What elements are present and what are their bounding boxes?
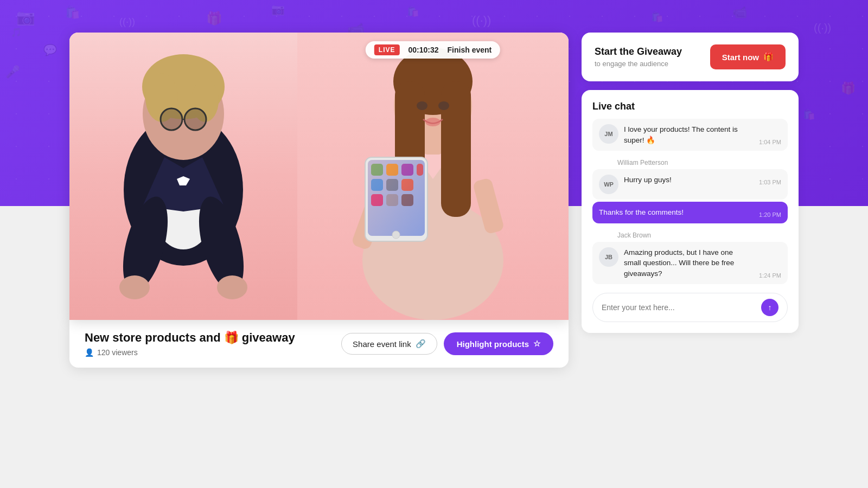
message-text: Thanks for the comments! bbox=[599, 207, 684, 218]
sender-name: Jack Brown bbox=[617, 232, 651, 239]
video-right-pane: LIVE 00:10:32 Finish event bbox=[297, 33, 569, 320]
svg-point-17 bbox=[217, 275, 247, 299]
sender-name-row: William Petterson bbox=[592, 157, 788, 167]
video-left-pane bbox=[69, 33, 297, 320]
message-row: Amazing products, but I have one small q… bbox=[624, 247, 781, 279]
stream-panel: LIVE 00:10:32 Finish event New store pro… bbox=[69, 33, 569, 368]
chat-message: JB Amazing products, but I have one smal… bbox=[592, 242, 788, 285]
message-body: Amazing products, but I have one small q… bbox=[624, 247, 781, 279]
start-now-button[interactable]: Start now 🎁 bbox=[710, 44, 786, 69]
svg-point-29 bbox=[425, 118, 441, 126]
message-row: Thanks for the comments! 1:20 PM bbox=[599, 207, 781, 218]
giveaway-title: Start the Giveaway bbox=[595, 46, 682, 57]
link-icon: 🔗 bbox=[416, 339, 426, 349]
highlight-label: Highlight products bbox=[457, 339, 529, 349]
chat-message: WP Hurry up guys! 1:03 PM bbox=[592, 169, 788, 200]
video-container: LIVE 00:10:32 Finish event bbox=[69, 33, 569, 320]
message-body: Thanks for the comments! 1:20 PM bbox=[599, 207, 781, 218]
message-body: Hurry up guys! 1:03 PM bbox=[624, 175, 781, 185]
viewers-count: 120 viewers bbox=[97, 348, 138, 357]
person-icon: 👤 bbox=[85, 348, 94, 357]
svg-point-10 bbox=[161, 109, 182, 130]
message-time: 1:20 PM bbox=[759, 211, 781, 218]
live-timer: 00:10:32 bbox=[408, 46, 438, 54]
chat-title: Live chat bbox=[592, 101, 788, 112]
message-text: I love your products! The content is sup… bbox=[624, 124, 751, 145]
stream-actions: Share event link 🔗 Highlight products ☆ bbox=[341, 332, 553, 355]
viewers-row: 👤 120 viewers bbox=[85, 348, 295, 357]
avatar: WP bbox=[599, 175, 618, 194]
sender-name: William Petterson bbox=[617, 159, 668, 166]
message-text: Hurry up guys! bbox=[624, 175, 672, 185]
finish-event-button[interactable]: Finish event bbox=[448, 46, 492, 54]
chat-message-own: Thanks for the comments! 1:20 PM bbox=[592, 202, 788, 223]
chat-input-field[interactable] bbox=[602, 303, 757, 312]
svg-point-45 bbox=[392, 231, 400, 239]
share-label: Share event link bbox=[353, 339, 411, 349]
svg-point-16 bbox=[119, 275, 150, 299]
avatar: JB bbox=[599, 247, 618, 267]
message-body: I love your products! The content is sup… bbox=[624, 124, 781, 145]
start-now-label: Start now bbox=[722, 53, 759, 62]
sender-name-row: Jack Brown bbox=[592, 230, 788, 240]
right-panel: Start the Giveaway to engage the audienc… bbox=[582, 33, 799, 333]
share-event-button[interactable]: Share event link 🔗 bbox=[341, 333, 437, 355]
message-row: I love your products! The content is sup… bbox=[624, 124, 781, 145]
message-time: 1:24 PM bbox=[759, 272, 781, 279]
message-time: 1:04 PM bbox=[759, 139, 781, 145]
giveaway-card: Start the Giveaway to engage the audienc… bbox=[582, 33, 799, 81]
live-badge: LIVE bbox=[374, 44, 400, 55]
gift-icon: 🎁 bbox=[763, 52, 774, 62]
highlight-products-button[interactable]: Highlight products ☆ bbox=[444, 332, 553, 355]
star-icon: ☆ bbox=[533, 339, 540, 349]
giveaway-subtitle: to engage the audience bbox=[595, 60, 682, 68]
stream-info-bar: New store products and 🎁 giveaway 👤 120 … bbox=[69, 320, 569, 368]
message-text: Amazing products, but I have one small q… bbox=[624, 247, 751, 279]
message-row: Hurry up guys! 1:03 PM bbox=[624, 175, 781, 185]
svg-point-27 bbox=[417, 101, 427, 110]
chat-messages: JM I love your products! The content is … bbox=[592, 119, 788, 284]
message-time: 1:03 PM bbox=[759, 179, 781, 185]
chat-message: JM I love your products! The content is … bbox=[592, 119, 788, 151]
chat-input-row[interactable]: ↑ bbox=[592, 293, 788, 322]
giveaway-text: Start the Giveaway to engage the audienc… bbox=[595, 46, 682, 68]
svg-point-28 bbox=[438, 101, 449, 110]
stream-title: New store products and 🎁 giveaway bbox=[85, 331, 295, 345]
svg-rect-44 bbox=[368, 160, 425, 236]
svg-point-11 bbox=[185, 109, 206, 130]
live-controls-bar: LIVE 00:10:32 Finish event bbox=[366, 41, 500, 59]
avatar: JM bbox=[599, 124, 618, 144]
chat-card: Live chat JM I love your products! The c… bbox=[582, 90, 799, 333]
send-message-button[interactable]: ↑ bbox=[761, 299, 778, 316]
stream-title-area: New store products and 🎁 giveaway 👤 120 … bbox=[85, 331, 295, 357]
send-icon: ↑ bbox=[768, 303, 772, 312]
